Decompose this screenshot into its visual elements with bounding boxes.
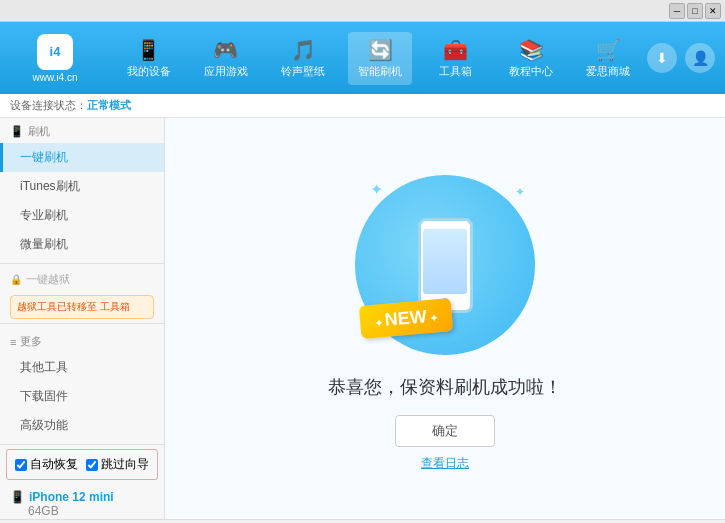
lock-icon: 🔒 xyxy=(10,274,22,285)
skip-wizard-input[interactable] xyxy=(86,459,98,471)
nav-mall-icon: 🛒 xyxy=(596,38,621,62)
section-more-title: ≡ 更多 xyxy=(0,328,164,353)
divider-1 xyxy=(0,263,164,264)
sidebar: 📱 刷机 一键刷机 iTunes刷机 专业刷机 微量刷机 🔒 一键越狱 越狱工具… xyxy=(0,118,165,519)
header: i4 www.i4.cn 📱 我的设备 🎮 应用游戏 🎵 铃声壁纸 🔄 智能刷机… xyxy=(0,22,725,94)
nav-my-device-icon: 📱 xyxy=(136,38,161,62)
nav-smart-flash-label: 智能刷机 xyxy=(358,64,402,79)
nav-my-device-label: 我的设备 xyxy=(127,64,171,79)
nav-ringtones-label: 铃声壁纸 xyxy=(281,64,325,79)
device-phone-icon: 📱 xyxy=(10,490,25,504)
nav-tutorials[interactable]: 📚 教程中心 xyxy=(499,32,563,85)
jailbreak-notice: 越狱工具已转移至 工具箱 xyxy=(10,295,154,319)
titlebar: ─ □ ✕ xyxy=(0,0,725,22)
logo[interactable]: i4 www.i4.cn xyxy=(10,34,100,83)
nav-ringtones-icon: 🎵 xyxy=(291,38,316,62)
status-label: 设备连接状态： xyxy=(10,98,87,113)
nav-ringtones[interactable]: 🎵 铃声壁纸 xyxy=(271,32,335,85)
nav-bar: 📱 我的设备 🎮 应用游戏 🎵 铃声壁纸 🔄 智能刷机 🧰 工具箱 📚 教程中心… xyxy=(110,32,647,85)
device-firmware: Down-12mini-13,1 xyxy=(10,518,154,519)
header-right: ⬇ 👤 xyxy=(647,43,715,73)
sidebar-other-tools[interactable]: 其他工具 xyxy=(0,353,164,382)
sidebar-itunes-flash[interactable]: iTunes刷机 xyxy=(0,172,164,201)
more-section-icon: ≡ xyxy=(10,336,16,348)
device-info: 📱 iPhone 12 mini 64GB Down-12mini-13,1 xyxy=(0,484,164,519)
confirm-button[interactable]: 确定 xyxy=(395,415,495,447)
bottom-bar: 阻止iTunes运行 V7.98.66 客服 微信公众号 检查更新 xyxy=(0,519,725,523)
download-firmware-label: 下载固件 xyxy=(20,389,68,403)
nav-toolbox[interactable]: 🧰 工具箱 xyxy=(426,32,486,85)
minimize-btn[interactable]: ─ xyxy=(669,3,685,19)
advanced-label: 高级功能 xyxy=(20,418,68,432)
sidebar-advanced[interactable]: 高级功能 xyxy=(0,411,164,440)
itunes-flash-label: iTunes刷机 xyxy=(20,179,80,193)
skip-link[interactable]: 查看日志 xyxy=(421,455,469,472)
nav-apps-games-label: 应用游戏 xyxy=(204,64,248,79)
download-btn[interactable]: ⬇ xyxy=(647,43,677,73)
status-value: 正常模式 xyxy=(87,98,131,113)
pro-flash-label: 专业刷机 xyxy=(20,208,68,222)
close-btn[interactable]: ✕ xyxy=(705,3,721,19)
main-layout: 📱 刷机 一键刷机 iTunes刷机 专业刷机 微量刷机 🔒 一键越狱 越狱工具… xyxy=(0,118,725,519)
checkbox-area: 自动恢复 跳过向导 xyxy=(6,449,158,480)
nav-mall-label: 爱思商城 xyxy=(586,64,630,79)
section-more-label: 更多 xyxy=(20,334,42,349)
one-click-flash-label: 一键刷机 xyxy=(20,150,68,164)
nav-toolbox-icon: 🧰 xyxy=(443,38,468,62)
sidebar-download-firmware[interactable]: 下载固件 xyxy=(0,382,164,411)
success-message: 恭喜您，保资料刷机成功啦！ xyxy=(328,375,562,399)
flash-section-icon: 📱 xyxy=(10,125,24,138)
nav-smart-flash-icon: 🔄 xyxy=(368,38,393,62)
user-btn[interactable]: 👤 xyxy=(685,43,715,73)
status-bar: 设备连接状态： 正常模式 xyxy=(0,94,725,118)
nav-apps-games[interactable]: 🎮 应用游戏 xyxy=(194,32,258,85)
sparkle-2: ✦ xyxy=(515,185,525,199)
skip-wizard-label: 跳过向导 xyxy=(101,456,149,473)
divider-3 xyxy=(0,444,164,445)
confirm-button-label: 确定 xyxy=(432,422,458,440)
section-jailbreak-locked: 🔒 一键越狱 xyxy=(0,268,164,291)
content-area: ✦ ✦ ✦ NEW 恭喜您，保资料刷机成功啦！ 确定 查看日志 xyxy=(165,118,725,519)
auto-dismiss-label: 自动恢复 xyxy=(30,456,78,473)
sidebar-micro-flash[interactable]: 微量刷机 xyxy=(0,230,164,259)
other-tools-label: 其他工具 xyxy=(20,360,68,374)
auto-dismiss-checkbox[interactable]: 自动恢复 xyxy=(15,456,78,473)
jailbreak-label: 一键越狱 xyxy=(26,272,70,287)
maximize-btn[interactable]: □ xyxy=(687,3,703,19)
nav-tutorials-icon: 📚 xyxy=(519,38,544,62)
nav-mall[interactable]: 🛒 爱思商城 xyxy=(576,32,640,85)
phone-screen xyxy=(423,229,467,294)
device-name: iPhone 12 mini xyxy=(29,490,114,504)
divider-2 xyxy=(0,323,164,324)
logo-icon: i4 xyxy=(37,34,73,70)
jailbreak-notice-text: 越狱工具已转移至 工具箱 xyxy=(17,301,130,312)
nav-apps-games-icon: 🎮 xyxy=(213,38,238,62)
auto-dismiss-input[interactable] xyxy=(15,459,27,471)
nav-my-device[interactable]: 📱 我的设备 xyxy=(117,32,181,85)
phone-illustration: ✦ ✦ ✦ NEW xyxy=(345,165,545,365)
sidebar-one-click-flash[interactable]: 一键刷机 xyxy=(0,143,164,172)
section-flash-title: 📱 刷机 xyxy=(0,118,164,143)
nav-toolbox-label: 工具箱 xyxy=(439,64,472,79)
nav-smart-flash[interactable]: 🔄 智能刷机 xyxy=(348,32,412,85)
nav-tutorials-label: 教程中心 xyxy=(509,64,553,79)
micro-flash-label: 微量刷机 xyxy=(20,237,68,251)
sparkle-1: ✦ xyxy=(370,180,383,199)
skip-wizard-checkbox[interactable]: 跳过向导 xyxy=(86,456,149,473)
device-storage: 64GB xyxy=(10,504,154,518)
sidebar-pro-flash[interactable]: 专业刷机 xyxy=(0,201,164,230)
section-flash-label: 刷机 xyxy=(28,124,50,139)
logo-url: www.i4.cn xyxy=(32,72,77,83)
